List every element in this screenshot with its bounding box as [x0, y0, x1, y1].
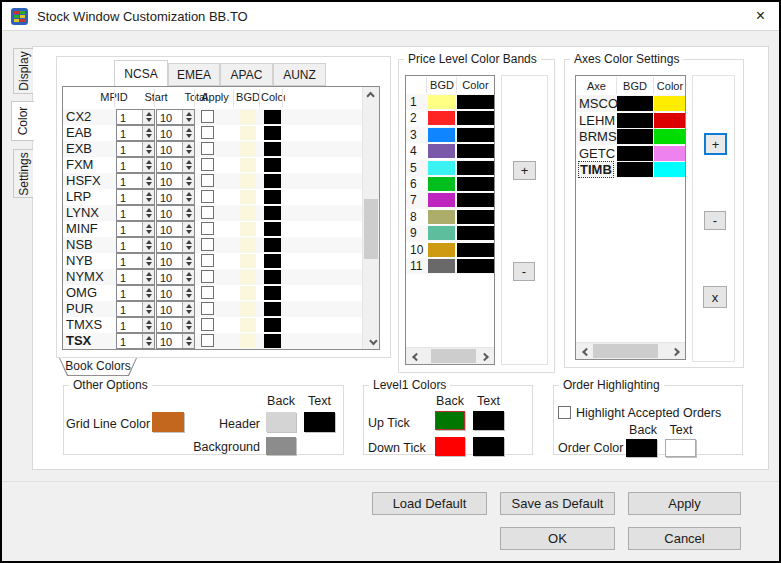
- axe-label[interactable]: BRMS: [579, 129, 617, 144]
- start-spinner[interactable]: 1: [116, 189, 155, 205]
- bgd-swatch[interactable]: [617, 162, 653, 177]
- spinner-arrows-icon[interactable]: [142, 126, 154, 140]
- bgd-swatch[interactable]: [240, 302, 256, 316]
- spinner-arrows-icon[interactable]: [142, 270, 154, 284]
- axe-label[interactable]: LEHM: [579, 113, 615, 128]
- total-spinner[interactable]: 10: [156, 109, 195, 125]
- close-icon[interactable]: ×: [756, 6, 765, 26]
- color-swatch[interactable]: [264, 126, 281, 140]
- apply-checkbox[interactable]: [201, 270, 214, 283]
- scroll-left-icon[interactable]: [576, 343, 593, 360]
- spinner-arrows-icon[interactable]: [142, 206, 154, 220]
- apply-checkbox[interactable]: [201, 286, 214, 299]
- spinner-arrows-icon[interactable]: [142, 174, 154, 188]
- apply-checkbox[interactable]: [201, 190, 214, 203]
- start-spinner[interactable]: 1: [116, 109, 155, 125]
- spinner-arrows-icon[interactable]: [182, 334, 194, 348]
- color-swatch[interactable]: [264, 174, 281, 188]
- color-swatch[interactable]: [264, 334, 281, 348]
- bgd-swatch[interactable]: [240, 222, 256, 236]
- save-as-default-button[interactable]: Save as Default: [500, 492, 615, 515]
- spinner-arrows-icon[interactable]: [142, 302, 154, 316]
- color-swatch[interactable]: [264, 254, 281, 268]
- bgd-swatch[interactable]: [428, 210, 455, 224]
- spinner-arrows-icon[interactable]: [182, 110, 194, 124]
- color-swatch[interactable]: [264, 318, 281, 332]
- load-default-button[interactable]: Load Default: [372, 492, 487, 515]
- color-swatch[interactable]: [457, 128, 494, 142]
- spinner-arrows-icon[interactable]: [182, 206, 194, 220]
- apply-checkbox[interactable]: [201, 126, 214, 139]
- color-swatch[interactable]: [264, 302, 281, 316]
- axe-label[interactable]: GETC: [579, 146, 615, 161]
- scrollbar-thumb[interactable]: [593, 344, 658, 358]
- start-spinner[interactable]: 1: [116, 141, 155, 157]
- total-spinner[interactable]: 10: [156, 317, 195, 333]
- total-spinner[interactable]: 10: [156, 205, 195, 221]
- color-swatch[interactable]: [457, 243, 494, 257]
- spinner-arrows-icon[interactable]: [142, 238, 154, 252]
- start-spinner[interactable]: 1: [116, 301, 155, 317]
- spinner-arrows-icon[interactable]: [182, 142, 194, 156]
- color-swatch[interactable]: [264, 286, 281, 300]
- color-swatch[interactable]: [264, 238, 281, 252]
- scroll-up-icon[interactable]: [363, 87, 380, 104]
- add-band-button[interactable]: +: [513, 161, 536, 180]
- order-text-swatch[interactable]: [665, 439, 696, 457]
- tab-display[interactable]: Display: [13, 48, 33, 94]
- bgd-swatch[interactable]: [240, 254, 256, 268]
- remove-band-button[interactable]: -: [513, 262, 535, 281]
- bgd-swatch[interactable]: [240, 334, 256, 348]
- bgd-swatch[interactable]: [240, 126, 256, 140]
- spinner-arrows-icon[interactable]: [142, 334, 154, 348]
- header-text-swatch[interactable]: [304, 412, 335, 432]
- spinner-arrows-icon[interactable]: [142, 190, 154, 204]
- total-spinner[interactable]: 10: [156, 301, 195, 317]
- remove-axe-button[interactable]: -: [704, 211, 726, 230]
- up-tick-text-swatch[interactable]: [473, 411, 504, 430]
- axe-label[interactable]: TIMB: [579, 162, 613, 177]
- color-swatch[interactable]: [654, 129, 685, 144]
- start-spinner[interactable]: 1: [116, 237, 155, 253]
- apply-button[interactable]: Apply: [628, 492, 741, 515]
- total-spinner[interactable]: 10: [156, 221, 195, 237]
- add-axe-button[interactable]: +: [704, 133, 727, 155]
- bgd-swatch[interactable]: [240, 206, 256, 220]
- color-swatch[interactable]: [264, 206, 281, 220]
- apply-checkbox[interactable]: [201, 110, 214, 123]
- color-swatch[interactable]: [457, 226, 494, 240]
- order-back-swatch[interactable]: [626, 439, 657, 457]
- tab-ncsa[interactable]: NCSA: [114, 60, 168, 86]
- spinner-arrows-icon[interactable]: [142, 158, 154, 172]
- spinner-arrows-icon[interactable]: [142, 318, 154, 332]
- down-tick-back-swatch[interactable]: [435, 437, 465, 456]
- total-spinner[interactable]: 10: [156, 141, 195, 157]
- bgd-swatch[interactable]: [428, 259, 455, 273]
- color-swatch[interactable]: [457, 177, 494, 191]
- color-swatch[interactable]: [264, 190, 281, 204]
- tab-apac[interactable]: APAC: [220, 63, 273, 86]
- start-spinner[interactable]: 1: [116, 125, 155, 141]
- color-swatch[interactable]: [264, 270, 281, 284]
- spinner-arrows-icon[interactable]: [182, 190, 194, 204]
- color-swatch[interactable]: [457, 210, 494, 224]
- bgd-swatch[interactable]: [428, 128, 455, 142]
- bgd-swatch[interactable]: [240, 158, 256, 172]
- apply-checkbox[interactable]: [201, 254, 214, 267]
- bgd-swatch[interactable]: [428, 226, 455, 240]
- scroll-left-icon[interactable]: [406, 348, 423, 365]
- start-spinner[interactable]: 1: [116, 205, 155, 221]
- total-spinner[interactable]: 10: [156, 269, 195, 285]
- highlight-accepted-orders-checkbox[interactable]: [558, 406, 571, 419]
- color-swatch[interactable]: [457, 95, 494, 109]
- color-swatch[interactable]: [457, 144, 494, 158]
- bgd-swatch[interactable]: [240, 286, 256, 300]
- spinner-arrows-icon[interactable]: [182, 158, 194, 172]
- color-swatch[interactable]: [264, 110, 281, 124]
- spinner-arrows-icon[interactable]: [182, 254, 194, 268]
- spinner-arrows-icon[interactable]: [182, 238, 194, 252]
- start-spinner[interactable]: 1: [116, 285, 155, 301]
- total-spinner[interactable]: 10: [156, 333, 195, 349]
- spinner-arrows-icon[interactable]: [182, 222, 194, 236]
- up-tick-back-swatch[interactable]: [435, 411, 465, 430]
